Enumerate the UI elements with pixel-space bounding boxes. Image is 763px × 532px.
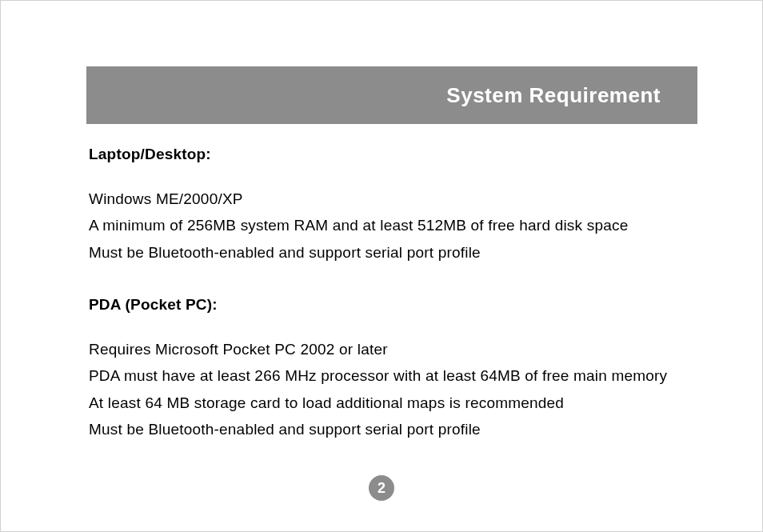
page-number-badge: 2: [369, 475, 394, 501]
page-number: 2: [378, 480, 385, 497]
laptop-line-3: Must be Bluetooth-enabled and support se…: [89, 242, 697, 264]
pda-line-4: Must be Bluetooth-enabled and support se…: [89, 418, 697, 441]
content-area: Laptop/Desktop: Windows ME/2000/XP A min…: [89, 143, 697, 446]
laptop-desktop-heading: Laptop/Desktop:: [89, 143, 697, 166]
page-title: System Requirement: [446, 83, 661, 108]
pda-line-1: Requires Microsoft Pocket PC 2002 or lat…: [89, 338, 697, 361]
section-spacer: [89, 268, 697, 294]
pda-line-2: PDA must have at least 266 MHz processor…: [89, 365, 697, 387]
laptop-line-2: A minimum of 256MB system RAM and at lea…: [89, 214, 697, 237]
laptop-line-1: Windows ME/2000/XP: [89, 188, 697, 210]
pda-heading: PDA (Pocket PC):: [89, 294, 697, 316]
document-page: System Requirement Laptop/Desktop: Windo…: [0, 0, 763, 532]
header-bar: System Requirement: [86, 66, 697, 124]
pda-line-3: At least 64 MB storage card to load addi…: [89, 392, 697, 414]
